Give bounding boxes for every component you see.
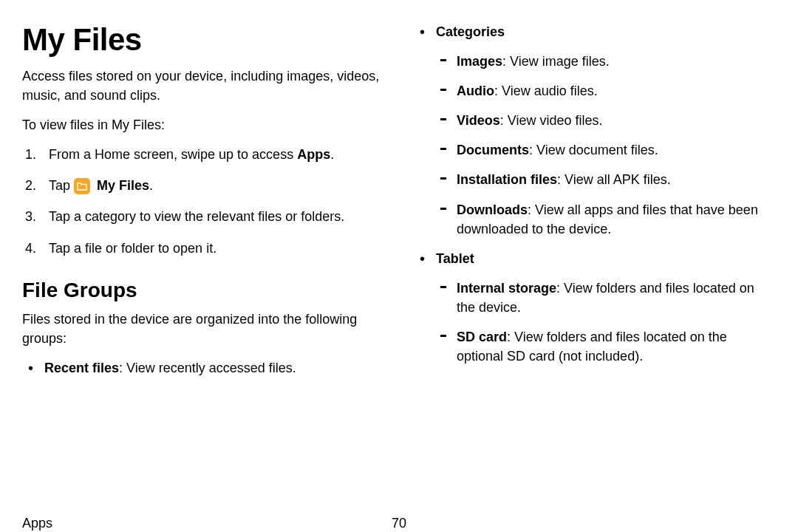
cat-label: Documents — [457, 143, 529, 157]
cat-installation: Installation files: View all APK files. — [436, 170, 776, 189]
tab-sdcard: SD card: View folders and files located … — [436, 327, 776, 366]
step-text: Tap — [49, 178, 74, 193]
tab-label: SD card — [457, 330, 507, 344]
tab-internal: Internal storage: View folders and files… — [436, 279, 776, 317]
step-1: From a Home screen, swipe up to access A… — [22, 145, 384, 164]
cat-desc: : View image files. — [502, 54, 610, 69]
step-text: From a Home screen, swipe up to access — [49, 147, 297, 162]
tab-label: Internal storage — [457, 281, 556, 296]
cat-documents: Documents: View document files. — [436, 140, 776, 160]
recent-list: Recent files: View recently accessed fil… — [22, 358, 384, 378]
cat-desc: : View video files. — [500, 113, 603, 128]
step-3: Tap a category to view the relevant file… — [22, 207, 384, 226]
tablet-sublist: Internal storage: View folders and files… — [436, 279, 776, 366]
steps-list: From a Home screen, swipe up to access A… — [22, 145, 384, 257]
cat-desc: : View document files. — [529, 143, 658, 157]
cat-label: Downloads — [457, 202, 528, 217]
step-text: . — [149, 178, 153, 193]
cat-label: Audio — [457, 83, 494, 98]
my-files-icon — [74, 178, 90, 194]
cat-downloads: Downloads: View all apps and files that … — [436, 200, 776, 239]
step-4: Tap a file or folder to open it. — [22, 239, 384, 258]
recent-files-label: Recent files — [44, 361, 119, 375]
right-column: Categories Images: View image files. Aud… — [414, 22, 776, 388]
apps-label: Apps — [297, 147, 330, 162]
categories-item: Categories Images: View image files. Aud… — [414, 22, 776, 239]
my-files-label: My Files — [97, 178, 149, 193]
file-groups-intro: Files stored in the device are organized… — [22, 310, 384, 348]
file-groups-heading: File Groups — [22, 279, 384, 302]
recent-files-desc: : View recently accessed files. — [119, 361, 296, 375]
cat-audio: Audio: View audio files. — [436, 81, 776, 100]
recent-files-item: Recent files: View recently accessed fil… — [22, 358, 384, 378]
view-prompt: To view files in My Files: — [22, 115, 384, 134]
footer-section: Apps — [22, 516, 52, 531]
footer-page: 70 — [392, 516, 406, 531]
cat-images: Images: View image files. — [436, 52, 776, 71]
cat-desc: : View audio files. — [494, 83, 598, 98]
page-title: My Files — [22, 22, 384, 58]
cat-desc: : View all APK files. — [557, 172, 671, 187]
cat-label: Installation files — [457, 172, 557, 187]
tablet-item: Tablet Internal storage: View folders an… — [414, 249, 776, 366]
cat-label: Videos — [457, 113, 500, 128]
left-column: My Files Access files stored on your dev… — [22, 22, 384, 388]
tablet-label: Tablet — [436, 251, 474, 266]
cat-videos: Videos: View video files. — [436, 111, 776, 130]
intro-text: Access files stored on your device, incl… — [22, 66, 384, 105]
step-text: . — [330, 147, 334, 162]
categories-label: Categories — [436, 24, 505, 39]
page-content: My Files Access files stored on your dev… — [22, 22, 776, 388]
groups-list: Categories Images: View image files. Aud… — [414, 22, 776, 366]
step-2: Tap My Files. — [22, 176, 384, 195]
cat-label: Images — [457, 54, 502, 69]
categories-sublist: Images: View image files. Audio: View au… — [436, 52, 776, 239]
